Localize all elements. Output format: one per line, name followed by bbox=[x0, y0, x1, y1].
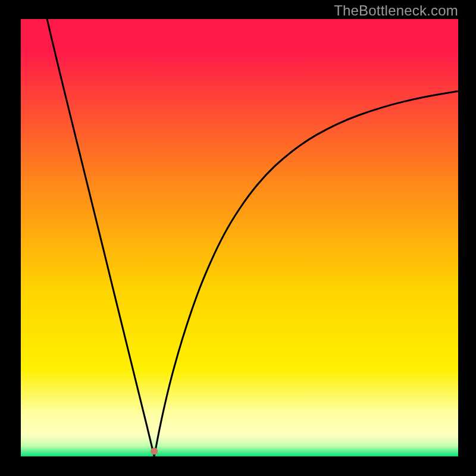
gradient-rect bbox=[21, 19, 458, 456]
chart-frame: TheBottleneck.com bbox=[0, 0, 476, 476]
vertex-marker bbox=[151, 447, 158, 455]
plot-area bbox=[21, 19, 458, 456]
chart-svg bbox=[21, 19, 458, 456]
watermark-text: TheBottleneck.com bbox=[334, 2, 458, 19]
